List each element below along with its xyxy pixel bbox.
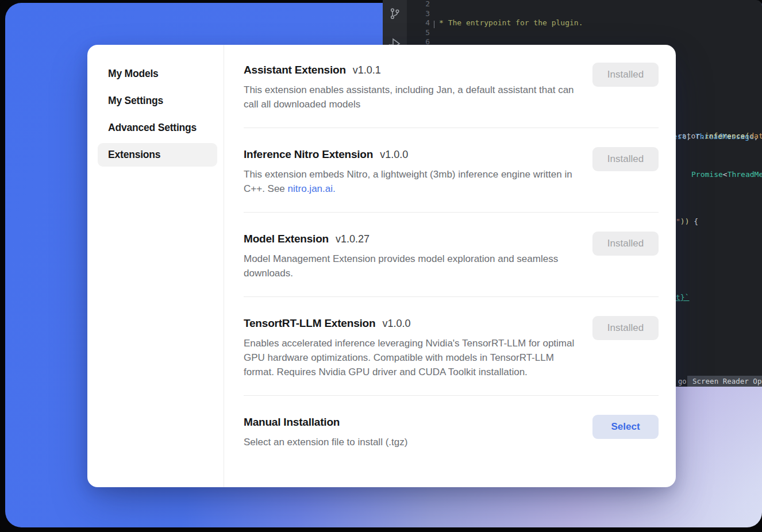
description-text: This extension enables assistants, inclu… — [244, 84, 574, 110]
extension-name: Assistant Extension — [244, 64, 346, 76]
extension-name: Model Extension — [244, 233, 329, 245]
code-fragment-template: t}` — [676, 293, 689, 303]
status-bar-text: go — [678, 376, 686, 387]
extension-row-inference-nitro: Inference Nitro Extension v1.0.0 This ex… — [244, 128, 659, 213]
installed-button[interactable]: Installed — [592, 63, 659, 87]
screenshot-stage: 2 3 4 5 6 * The entrypoint for the plugi… — [0, 0, 762, 532]
extension-description: This extension enables assistants, inclu… — [244, 83, 578, 111]
code-fragment-inference: rator.inference(data)); — [678, 132, 762, 141]
extension-description: Select an extension file to install (.tg… — [244, 435, 407, 449]
extension-version: v1.0.27 — [336, 233, 370, 245]
code-fragment-promise: Promise<ThreadMessage> — [691, 170, 762, 180]
installed-button[interactable]: Installed — [592, 147, 659, 171]
extension-row-tensorrt-llm: TensortRT-LLM Extension v1.0.0 Enables a… — [244, 297, 659, 396]
installed-button[interactable]: Installed — [592, 232, 659, 256]
code-line-2: * The entrypoint for the plugin. — [434, 18, 762, 28]
sidebar-item-my-models[interactable]: My Models — [98, 62, 217, 86]
settings-sidebar: My Models My Settings Advanced Settings … — [87, 45, 224, 487]
extensions-list: Assistant Extension v1.0.1 This extensio… — [224, 45, 676, 487]
extension-version: v1.0.1 — [353, 64, 381, 76]
sidebar-item-my-settings[interactable]: My Settings — [98, 89, 217, 113]
extension-row-model: Model Extension v1.0.27 Model Management… — [244, 213, 659, 297]
description-text: Enables accelerated inference leveraging… — [244, 338, 574, 377]
line-numbers: 2 3 4 5 6 — [407, 0, 430, 47]
description-text: Select an extension file to install (.tg… — [244, 437, 407, 448]
screen-reader-optimized-badge[interactable]: Screen Reader Optimize — [687, 376, 762, 387]
extension-description: Model Management Extension provides mode… — [244, 252, 578, 280]
extension-name: Manual Installation — [244, 416, 340, 429]
select-button[interactable]: Select — [592, 415, 659, 439]
extension-version: v1.0.0 — [382, 318, 410, 330]
manual-installation-row: Manual Installation Select an extension … — [244, 396, 659, 465]
extension-description: This extension embeds Nitro, a lightweig… — [244, 167, 578, 196]
source-control-icon[interactable] — [388, 7, 402, 21]
extension-version: v1.0.0 — [380, 149, 408, 161]
nitro-jan-ai-link[interactable]: nitro.jan.ai. — [288, 183, 336, 194]
code-fragment-brace: ")) { — [676, 217, 698, 227]
extension-description: Enables accelerated inference leveraging… — [244, 336, 578, 379]
sidebar-item-advanced-settings[interactable]: Advanced Settings — [98, 116, 217, 140]
extension-name: Inference Nitro Extension — [244, 148, 373, 161]
sidebar-item-extensions[interactable]: Extensions — [98, 143, 217, 167]
editor-cursor — [434, 21, 434, 28]
extension-name: TensortRT-LLM Extension — [244, 317, 375, 330]
settings-modal: My Models My Settings Advanced Settings … — [87, 45, 676, 487]
description-text: Model Management Extension provides mode… — [244, 253, 558, 279]
extension-row-assistant: Assistant Extension v1.0.1 This extensio… — [244, 64, 659, 128]
installed-button[interactable]: Installed — [592, 316, 659, 340]
